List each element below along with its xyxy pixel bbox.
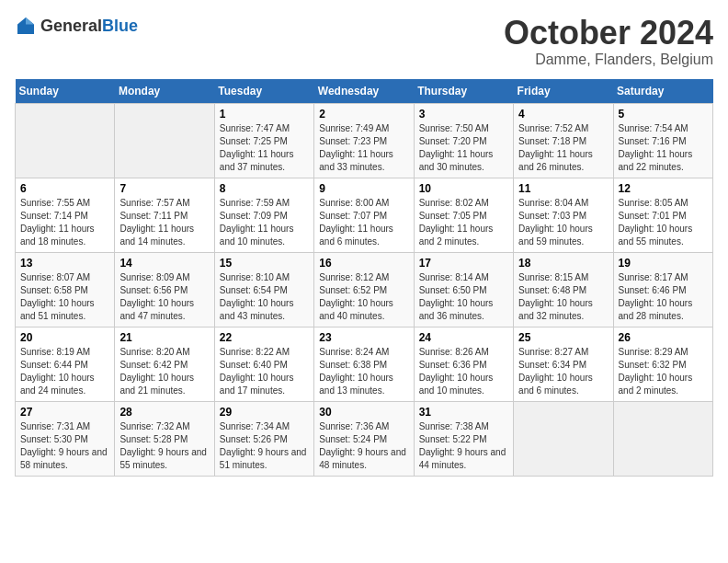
day-number: 11: [518, 182, 608, 195]
day-info: Sunrise: 7:36 AM Sunset: 5:24 PM Dayligh…: [319, 420, 408, 472]
daylight-label: Daylight: 10 hours and 21 minutes.: [119, 373, 194, 396]
daylight-label: Daylight: 10 hours and 47 minutes.: [119, 298, 194, 321]
sunrise-label: Sunrise: 7:38 AM: [419, 421, 489, 431]
calendar-cell: [16, 103, 115, 178]
calendar-cell: 18 Sunrise: 8:15 AM Sunset: 6:48 PM Dayl…: [514, 252, 613, 327]
calendar-cell: 22 Sunrise: 8:22 AM Sunset: 6:40 PM Dayl…: [214, 327, 313, 401]
day-info: Sunrise: 7:54 AM Sunset: 7:16 PM Dayligh…: [619, 122, 708, 174]
sunset-label: Sunset: 6:58 PM: [20, 285, 88, 295]
sunrise-label: Sunrise: 8:07 AM: [20, 272, 90, 282]
sunrise-label: Sunrise: 8:10 AM: [220, 272, 290, 282]
sunset-label: Sunset: 7:03 PM: [518, 211, 586, 221]
daylight-label: Daylight: 10 hours and 32 minutes.: [518, 298, 593, 321]
sunset-label: Sunset: 6:48 PM: [518, 285, 586, 295]
day-info: Sunrise: 7:55 AM Sunset: 7:14 PM Dayligh…: [20, 197, 109, 248]
sunrise-label: Sunrise: 7:50 AM: [419, 123, 489, 133]
day-info: Sunrise: 8:15 AM Sunset: 6:48 PM Dayligh…: [518, 271, 608, 323]
day-number: 24: [419, 331, 508, 344]
sunset-label: Sunset: 6:38 PM: [319, 360, 387, 370]
calendar-week-row: 20 Sunrise: 8:19 AM Sunset: 6:44 PM Dayl…: [16, 327, 713, 401]
sunrise-label: Sunrise: 8:04 AM: [518, 198, 588, 208]
day-info: Sunrise: 8:07 AM Sunset: 6:58 PM Dayligh…: [20, 271, 109, 323]
day-number: 19: [619, 257, 708, 270]
calendar-cell: 16 Sunrise: 8:12 AM Sunset: 6:52 PM Dayl…: [314, 252, 414, 327]
daylight-label: Daylight: 10 hours and 10 minutes.: [419, 373, 494, 396]
calendar-cell: 30 Sunrise: 7:36 AM Sunset: 5:24 PM Dayl…: [314, 401, 414, 476]
day-info: Sunrise: 7:47 AM Sunset: 7:25 PM Dayligh…: [220, 122, 309, 174]
day-number: 9: [319, 182, 408, 195]
day-info: Sunrise: 7:38 AM Sunset: 5:22 PM Dayligh…: [419, 420, 508, 472]
sunrise-label: Sunrise: 8:00 AM: [319, 198, 389, 208]
day-number: 23: [319, 331, 408, 344]
weekday-header: Thursday: [414, 79, 513, 104]
calendar-cell: 25 Sunrise: 8:27 AM Sunset: 6:34 PM Dayl…: [514, 327, 613, 401]
day-info: Sunrise: 8:27 AM Sunset: 6:34 PM Dayligh…: [518, 346, 608, 397]
sunrise-label: Sunrise: 7:55 AM: [20, 198, 90, 208]
day-info: Sunrise: 7:59 AM Sunset: 7:09 PM Dayligh…: [220, 197, 309, 248]
sunrise-label: Sunrise: 7:52 AM: [518, 123, 588, 133]
sunset-label: Sunset: 5:24 PM: [319, 434, 387, 444]
day-number: 10: [419, 182, 508, 195]
calendar-cell: 23 Sunrise: 8:24 AM Sunset: 6:38 PM Dayl…: [314, 327, 414, 401]
day-info: Sunrise: 7:34 AM Sunset: 5:26 PM Dayligh…: [220, 420, 309, 472]
sunset-label: Sunset: 7:05 PM: [419, 211, 487, 221]
calendar-cell: [514, 401, 613, 476]
day-info: Sunrise: 8:26 AM Sunset: 6:36 PM Dayligh…: [419, 346, 508, 397]
sunset-label: Sunset: 6:46 PM: [619, 285, 687, 295]
daylight-label: Daylight: 10 hours and 2 minutes.: [619, 373, 693, 396]
daylight-label: Daylight: 11 hours and 18 minutes.: [20, 224, 95, 247]
sunrise-label: Sunrise: 7:32 AM: [119, 421, 189, 431]
sunset-label: Sunset: 7:18 PM: [518, 136, 586, 146]
daylight-label: Daylight: 10 hours and 51 minutes.: [20, 298, 95, 321]
day-number: 14: [119, 257, 209, 270]
daylight-label: Daylight: 11 hours and 37 minutes.: [220, 149, 294, 172]
sunset-label: Sunset: 6:54 PM: [220, 285, 288, 295]
calendar-cell: 29 Sunrise: 7:34 AM Sunset: 5:26 PM Dayl…: [214, 401, 313, 476]
calendar-cell: 21 Sunrise: 8:20 AM Sunset: 6:42 PM Dayl…: [115, 327, 214, 401]
daylight-label: Daylight: 11 hours and 26 minutes.: [518, 149, 593, 172]
day-number: 7: [119, 182, 209, 195]
calendar-cell: 31 Sunrise: 7:38 AM Sunset: 5:22 PM Dayl…: [414, 401, 513, 476]
day-number: 27: [20, 406, 109, 419]
day-number: 1: [220, 108, 309, 121]
daylight-label: Daylight: 11 hours and 10 minutes.: [220, 224, 294, 247]
calendar-week-row: 6 Sunrise: 7:55 AM Sunset: 7:14 PM Dayli…: [16, 178, 713, 252]
day-info: Sunrise: 7:49 AM Sunset: 7:23 PM Dayligh…: [319, 122, 408, 174]
day-info: Sunrise: 8:02 AM Sunset: 7:05 PM Dayligh…: [419, 197, 508, 248]
calendar-cell: 12 Sunrise: 8:05 AM Sunset: 7:01 PM Dayl…: [613, 178, 712, 252]
daylight-label: Daylight: 11 hours and 6 minutes.: [319, 224, 393, 247]
daylight-label: Daylight: 10 hours and 36 minutes.: [419, 298, 494, 321]
sunrise-label: Sunrise: 7:54 AM: [619, 123, 688, 133]
day-info: Sunrise: 8:17 AM Sunset: 6:46 PM Dayligh…: [619, 271, 708, 323]
day-number: 13: [20, 257, 109, 270]
day-number: 30: [319, 406, 408, 419]
calendar-cell: 3 Sunrise: 7:50 AM Sunset: 7:20 PM Dayli…: [414, 103, 513, 178]
weekday-header: Wednesday: [314, 79, 414, 104]
sunset-label: Sunset: 6:44 PM: [20, 360, 88, 370]
sunset-label: Sunset: 6:50 PM: [419, 285, 487, 295]
day-number: 21: [119, 331, 209, 344]
logo: GeneralBlue: [15, 15, 138, 37]
svg-marker-1: [26, 17, 34, 25]
day-number: 18: [518, 257, 608, 270]
sunrise-label: Sunrise: 8:24 AM: [319, 347, 389, 357]
day-number: 17: [419, 257, 508, 270]
day-number: 28: [119, 406, 209, 419]
sunrise-label: Sunrise: 8:29 AM: [619, 347, 688, 357]
daylight-label: Daylight: 10 hours and 13 minutes.: [319, 373, 393, 396]
sunset-label: Sunset: 7:16 PM: [619, 136, 687, 146]
sunset-label: Sunset: 7:11 PM: [119, 211, 188, 221]
day-info: Sunrise: 8:04 AM Sunset: 7:03 PM Dayligh…: [518, 197, 608, 248]
calendar-cell: 26 Sunrise: 8:29 AM Sunset: 6:32 PM Dayl…: [613, 327, 712, 401]
sunrise-label: Sunrise: 8:15 AM: [518, 272, 588, 282]
sunrise-label: Sunrise: 7:47 AM: [220, 123, 290, 133]
sunrise-label: Sunrise: 8:19 AM: [20, 347, 90, 357]
sunrise-label: Sunrise: 7:36 AM: [319, 421, 389, 431]
sunset-label: Sunset: 7:20 PM: [419, 136, 487, 146]
sunset-label: Sunset: 7:07 PM: [319, 211, 387, 221]
daylight-label: Daylight: 11 hours and 14 minutes.: [119, 224, 194, 247]
weekday-header: Tuesday: [214, 79, 313, 104]
sunset-label: Sunset: 5:30 PM: [20, 434, 88, 444]
daylight-label: Daylight: 10 hours and 17 minutes.: [220, 373, 294, 396]
day-info: Sunrise: 7:32 AM Sunset: 5:28 PM Dayligh…: [119, 420, 209, 472]
